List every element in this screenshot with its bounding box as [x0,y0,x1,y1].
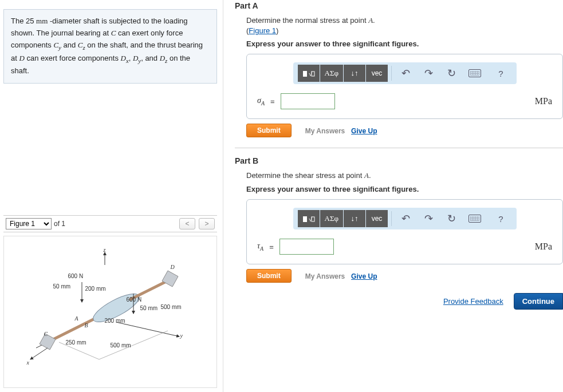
svg-rect-11 [303,71,307,77]
part-b: Part B Determine the shear stress at poi… [235,156,563,283]
figure-next-button[interactable]: > [199,218,215,229]
part-a-instruction: Express your answer to three significant… [246,39,563,48]
part-a-prompt: Determine the normal stress at point A. [246,16,563,25]
part-a-figref: (Figure 1) [246,26,563,35]
my-answers-label: My Answers [305,272,345,280]
vec-button[interactable]: vec [366,65,388,82]
keyboard-icon[interactable] [464,210,486,227]
svg-rect-14 [303,216,307,222]
part-a-unit: MPa [535,96,552,106]
greek-button[interactable]: ΑΣφ [320,210,343,227]
equation-toolbar: √ ΑΣφ ↓↑ vec ↶ ↷ ↻ ? [293,208,517,229]
figure-select[interactable]: Figure 1 [6,218,52,229]
part-a-answer-box: √ ΑΣφ ↓↑ vec ↶ ↷ ↻ ? [246,54,563,119]
part-b-giveup-link[interactable]: Give Up [351,272,377,280]
part-b-answer-box: √ ΑΣφ ↓↑ vec ↶ ↷ ↻ ? [246,199,563,264]
help-button[interactable]: ? [490,65,512,82]
part-a-submit-button[interactable]: Submit [246,124,292,137]
figure-diagram: z y x D C A B 600 N 600 N 50 mm 200 mm 5… [19,248,202,368]
part-a: Part A Determine the normal stress at po… [235,1,563,137]
subscript-button[interactable]: ↓↑ [344,210,365,227]
part-b-unit: MPa [535,241,552,252]
redo-button[interactable]: ↷ [418,210,440,227]
part-a-title: Part A [235,1,563,10]
help-button[interactable]: ? [490,210,512,227]
subscript-button[interactable]: ↓↑ [344,65,365,82]
problem-statement: The 25 mm -diameter shaft is subjected t… [3,9,217,84]
continue-button[interactable]: Continue [514,293,563,310]
part-b-variable: τA [257,241,263,252]
part-a-variable: σA [257,96,265,106]
part-b-title: Part B [235,156,563,165]
part-b-answer-input[interactable] [279,239,334,255]
figure-count: of 1 [54,220,65,228]
part-b-submit-button[interactable]: Submit [246,269,292,283]
undo-button[interactable]: ↶ [395,210,417,227]
part-a-giveup-link[interactable]: Give Up [351,127,377,135]
greek-button[interactable]: ΑΣφ [320,65,343,82]
figure-link[interactable]: Figure 1 [249,26,276,35]
part-b-prompt: Determine the shear stress at point A. [246,171,563,180]
redo-button[interactable]: ↷ [418,65,440,82]
svg-line-8 [30,348,48,359]
svg-line-10 [99,331,168,359]
undo-button[interactable]: ↶ [395,65,417,82]
provide-feedback-link[interactable]: Provide Feedback [443,297,503,306]
equation-toolbar: √ ΑΣφ ↓↑ vec ↶ ↷ ↻ ? [293,62,517,84]
figure-panel: z y x D C A B 600 N 600 N 50 mm 200 mm 5… [3,236,217,388]
my-answers-label: My Answers [305,127,345,135]
reset-button[interactable]: ↻ [441,210,463,227]
keyboard-icon[interactable] [464,65,486,82]
template-button[interactable]: √ [298,210,320,227]
part-a-answer-input[interactable] [281,93,335,109]
template-button[interactable]: √ [298,65,320,82]
part-b-instruction: Express your answer to three significant… [246,185,563,193]
svg-line-7 [116,322,179,336]
figure-prev-button[interactable]: < [179,218,195,229]
figure-header: Figure 1 of 1 < > [3,215,217,232]
vec-button[interactable]: vec [366,210,388,227]
reset-button[interactable]: ↻ [441,65,463,82]
divider [235,148,563,148]
